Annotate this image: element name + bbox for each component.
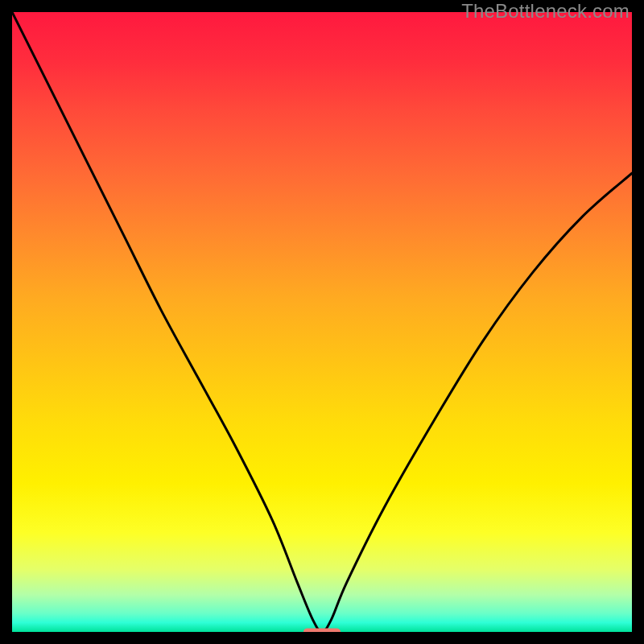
bottleneck-curve-path (12, 12, 632, 632)
plot-area (12, 12, 632, 632)
optimal-marker (303, 628, 341, 632)
watermark-text: TheBottleneck.com (461, 0, 630, 23)
chart-frame: TheBottleneck.com (0, 0, 644, 644)
curve-svg (12, 12, 632, 632)
